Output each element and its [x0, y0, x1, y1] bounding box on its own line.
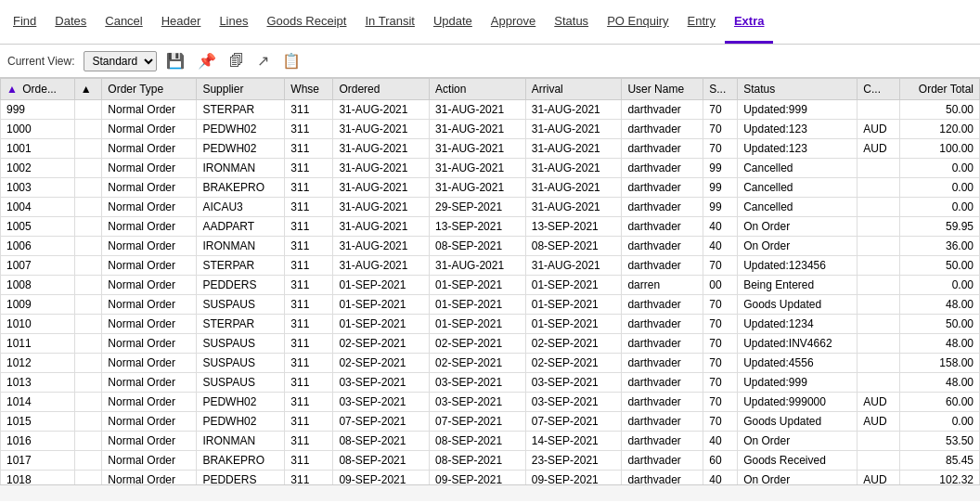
cell-ordered: 02-SEP-2021	[333, 334, 430, 354]
cell-whse: 311	[285, 354, 333, 373]
cell-whse: 311	[285, 315, 333, 334]
col-order-type[interactable]: Order Type	[102, 79, 197, 100]
cell-status: Updated:123	[738, 120, 858, 139]
cell-username: darthvader	[622, 120, 703, 139]
table-header-row: ▲ Orde... ▲ Order Type Supplier Whse Ord…	[1, 79, 980, 100]
nav-approve[interactable]: Approve	[482, 1, 545, 44]
nav-in-transit[interactable]: In Transit	[355, 1, 423, 44]
cell-ordered: 01-SEP-2021	[333, 315, 430, 334]
col-ordered[interactable]: Ordered	[333, 79, 430, 100]
cell-currency	[858, 256, 900, 276]
cell-action: 08-SEP-2021	[430, 451, 526, 471]
col-flag[interactable]: ▲	[74, 79, 102, 100]
table-row[interactable]: 1005Normal OrderAADPART31131-AUG-202113-…	[1, 217, 980, 237]
cell-order: 1009	[1, 295, 75, 315]
nav-dates[interactable]: Dates	[45, 1, 96, 44]
cell-flag	[74, 256, 102, 276]
nav-extra[interactable]: Extra	[725, 1, 774, 44]
cell-whse: 311	[285, 471, 333, 485]
col-supplier[interactable]: Supplier	[197, 79, 285, 100]
cell-order: 1011	[1, 334, 75, 354]
table-row[interactable]: 1017Normal OrderBRAKEPRO31108-SEP-202108…	[1, 451, 980, 471]
col-username[interactable]: User Name	[622, 79, 703, 100]
cell-flag	[74, 159, 102, 178]
cell-whse: 311	[285, 412, 333, 432]
nav-update[interactable]: Update	[424, 1, 482, 44]
cell-order_total: 102.32	[899, 471, 979, 485]
table-row[interactable]: 1000Normal OrderPEDWH0231131-AUG-202131-…	[1, 120, 980, 139]
nav-header[interactable]: Header	[152, 1, 211, 44]
cell-username: darthvader	[622, 354, 703, 373]
cell-s: 99	[703, 198, 738, 217]
cell-supplier: IRONMAN	[197, 237, 285, 256]
cell-supplier: BRAKEPRO	[197, 178, 285, 198]
nav-find[interactable]: Find	[4, 1, 45, 44]
attach-icon[interactable]: 📋	[278, 50, 304, 71]
table-row[interactable]: 1016Normal OrderIRONMAN31108-SEP-202108-…	[1, 432, 980, 451]
table-row[interactable]: 1008Normal OrderPEDDERS31101-SEP-202101-…	[1, 276, 980, 295]
table-row[interactable]: 1014Normal OrderPEDWH0231103-SEP-202103-…	[1, 393, 980, 412]
cell-whse: 311	[285, 256, 333, 276]
cell-flag	[74, 295, 102, 315]
col-arrival[interactable]: Arrival	[525, 79, 622, 100]
cell-arrival: 31-AUG-2021	[525, 198, 622, 217]
cell-arrival: 31-AUG-2021	[525, 256, 622, 276]
cell-order_total: 85.45	[899, 451, 979, 471]
col-order[interactable]: ▲ Orde...	[1, 79, 75, 100]
table-row[interactable]: 1018Normal OrderPEDDERS31109-SEP-202109-…	[1, 471, 980, 485]
col-order-total[interactable]: Order Total	[899, 79, 979, 100]
table-row[interactable]: 1013Normal OrderSUSPAUS31103-SEP-202103-…	[1, 373, 980, 393]
cell-action: 31-AUG-2021	[430, 178, 526, 198]
cell-s: 70	[703, 373, 738, 393]
table-row[interactable]: 1009Normal OrderSUSPAUS31101-SEP-202101-…	[1, 295, 980, 315]
col-action[interactable]: Action	[430, 79, 526, 100]
cell-ordered: 31-AUG-2021	[333, 139, 430, 159]
table-row[interactable]: 1011Normal OrderSUSPAUS31102-SEP-202102-…	[1, 334, 980, 354]
cell-supplier: SUSPAUS	[197, 373, 285, 393]
nav-po-enquiry[interactable]: PO Enquiry	[598, 1, 677, 44]
table-row[interactable]: 1015Normal OrderPEDWH0231107-SEP-202107-…	[1, 412, 980, 432]
cell-order_type: Normal Order	[102, 100, 197, 120]
cell-currency	[858, 276, 900, 295]
table-row[interactable]: 1004Normal OrderAICAU331131-AUG-202129-S…	[1, 198, 980, 217]
export-icon[interactable]: ↗	[253, 50, 273, 71]
cell-ordered: 31-AUG-2021	[333, 256, 430, 276]
nav-status[interactable]: Status	[545, 1, 598, 44]
cell-flag	[74, 393, 102, 412]
col-s[interactable]: S...	[703, 79, 738, 100]
cell-order: 1005	[1, 217, 75, 237]
cell-status: Updated:INV4662	[738, 334, 858, 354]
table-row[interactable]: 1001Normal OrderPEDWH0231131-AUG-202131-…	[1, 139, 980, 159]
cell-action: 02-SEP-2021	[430, 354, 526, 373]
table-row[interactable]: 1012Normal OrderSUSPAUS31102-SEP-202102-…	[1, 354, 980, 373]
cell-order_type: Normal Order	[102, 354, 197, 373]
table-row[interactable]: 1006Normal OrderIRONMAN31131-AUG-202108-…	[1, 237, 980, 256]
table-row[interactable]: 999Normal OrderSTERPAR31131-AUG-202131-A…	[1, 100, 980, 120]
nav-goods-receipt[interactable]: Goods Receipt	[257, 1, 355, 44]
table-row[interactable]: 1007Normal OrderSTERPAR31131-AUG-202131-…	[1, 256, 980, 276]
cell-currency	[858, 432, 900, 451]
table-row[interactable]: 1003Normal OrderBRAKEPRO31131-AUG-202131…	[1, 178, 980, 198]
col-whse[interactable]: Whse	[285, 79, 333, 100]
cell-ordered: 31-AUG-2021	[333, 159, 430, 178]
cell-status: Updated:999000	[738, 393, 858, 412]
table-row[interactable]: 1002Normal OrderIRONMAN31131-AUG-202131-…	[1, 159, 980, 178]
cell-supplier: SUSPAUS	[197, 295, 285, 315]
view-select[interactable]: Standard	[84, 51, 157, 71]
col-currency[interactable]: C...	[858, 79, 900, 100]
cell-order: 1018	[1, 471, 75, 485]
copy-icon[interactable]: 🗐	[226, 51, 248, 71]
nav-lines[interactable]: Lines	[210, 1, 257, 44]
view-label: Current View:	[7, 55, 74, 68]
nav-cancel[interactable]: Cancel	[96, 1, 151, 44]
table-row[interactable]: 1010Normal OrderSTERPAR31101-SEP-202101-…	[1, 315, 980, 334]
col-status[interactable]: Status	[738, 79, 858, 100]
pin-icon[interactable]: 📌	[194, 50, 220, 71]
cell-order_total: 0.00	[899, 159, 979, 178]
cell-status: Updated:123	[738, 139, 858, 159]
save-icon[interactable]: 💾	[162, 50, 188, 71]
nav-entry[interactable]: Entry	[678, 1, 725, 44]
cell-currency	[858, 217, 900, 237]
cell-username: darthvader	[622, 315, 703, 334]
cell-ordered: 07-SEP-2021	[333, 412, 430, 432]
